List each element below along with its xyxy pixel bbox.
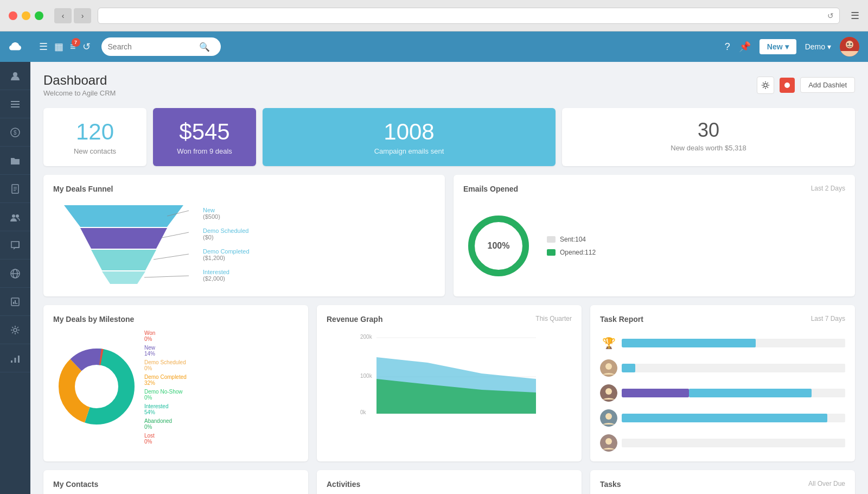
campaign-number: 1008	[273, 119, 545, 145]
hamburger-menu[interactable]: ☰	[851, 10, 859, 22]
sidebar-item-deals[interactable]: $	[0, 118, 30, 147]
pin-icon[interactable]: 📌	[739, 41, 751, 53]
campaign-emails-card: 1008 Campaign emails sent	[263, 108, 556, 166]
svg-point-63	[605, 438, 612, 445]
new-contacts-number: 120	[54, 119, 136, 145]
sidebar-item-folder[interactable]	[0, 147, 30, 175]
sidebar-item-contacts[interactable]	[0, 62, 30, 90]
svg-point-57	[605, 363, 612, 370]
demo-button[interactable]: Demo ▾	[805, 42, 831, 51]
svg-rect-20	[11, 360, 12, 363]
pie-label-lost: Lost0%	[144, 433, 187, 445]
opened-legend-color	[547, 249, 556, 256]
deals-funnel-card: My Deals Funnel	[43, 175, 445, 296]
funnel-label-new: New($500)	[203, 207, 250, 220]
cloud-icon	[8, 39, 23, 54]
new-contacts-card: 120 New contacts	[43, 108, 146, 166]
nav-history-icon[interactable]: ↺	[82, 41, 91, 53]
task-trophy-icon: 🏆	[600, 334, 617, 352]
svg-point-61	[605, 413, 612, 420]
sidebar-item-groups[interactable]	[0, 203, 30, 231]
nav-notification-wrapper: ≡ 7	[70, 41, 76, 53]
legend-sent: Sent:104	[547, 236, 596, 243]
sidebar-logo[interactable]	[0, 31, 30, 62]
task-report-period: Last 7 Days	[811, 315, 845, 322]
funnel-title: My Deals Funnel	[53, 185, 435, 193]
close-button[interactable]	[9, 11, 17, 20]
svg-line-35	[162, 232, 189, 238]
nav-menu-icon[interactable]: ☰	[39, 41, 48, 53]
activities-card: Activities ✉ Email	[317, 470, 582, 494]
main-content: ☰ ▦ ≡ 7 ↺ 🔍 ? 📌 New ▾ Demo ▾	[30, 31, 868, 494]
bottom-row: My Contacts DI Dion Other, Signup Activi…	[43, 470, 855, 494]
task-row-5	[600, 434, 845, 452]
won-deals-card: $545 Won from 9 deals	[153, 108, 256, 166]
svg-rect-22	[18, 356, 20, 363]
sidebar-item-reports[interactable]	[0, 288, 30, 316]
task-bars: 🏆	[600, 334, 845, 452]
sidebar-item-list[interactable]	[0, 90, 30, 118]
page-header: Dashboard Welcome to Agile CRM Add Dashl…	[43, 73, 855, 97]
header-actions: Add Dashlet	[757, 77, 855, 94]
search-icon: 🔍	[199, 42, 210, 52]
funnel-content: New($500) Demo Scheduled($0) Demo Comple…	[53, 200, 435, 287]
funnel-labels: New($500) Demo Scheduled($0) Demo Comple…	[203, 205, 250, 282]
url-bar[interactable]: ↺	[98, 8, 840, 24]
svg-point-44	[80, 370, 113, 403]
donut-percent: 100%	[488, 241, 510, 251]
sidebar-item-analytics[interactable]	[0, 344, 30, 372]
svg-text:100k: 100k	[360, 373, 373, 379]
reload-icon[interactable]: ↺	[827, 11, 834, 20]
svg-text:$: $	[14, 130, 17, 136]
back-button[interactable]: ‹	[54, 8, 72, 23]
task-bar-track-4	[622, 414, 845, 422]
svg-text:Mar: Mar	[506, 416, 516, 417]
emails-opened-card: Emails Opened Last 2 Days 100%	[454, 175, 855, 296]
revenue-title: Revenue Graph	[327, 315, 382, 324]
color-icon[interactable]	[780, 78, 795, 93]
tasks-title: Tasks	[600, 480, 621, 489]
task-bar-fill-3b	[689, 389, 812, 397]
task-bar-fill-1	[622, 339, 756, 347]
traffic-lights	[9, 11, 43, 20]
sidebar-item-documents[interactable]	[0, 175, 30, 203]
svg-line-36	[154, 254, 189, 259]
funnel-label-demo-scheduled: Demo Scheduled($0)	[203, 227, 250, 240]
pie-label-won: Won0%	[144, 330, 187, 342]
task-bar-fill-3a	[622, 389, 689, 397]
emails-title: Emails Opened	[463, 185, 518, 193]
funnel-label-demo-completed: Demo Completed($1,200)	[203, 248, 250, 261]
svg-line-37	[144, 276, 189, 277]
svg-point-28	[764, 84, 767, 87]
task-avatar-3	[600, 384, 617, 402]
svg-point-26	[851, 43, 852, 45]
nav-calendar-icon[interactable]: ▦	[54, 41, 63, 53]
sidebar-item-web[interactable]	[0, 259, 30, 288]
top-navigation: ☰ ▦ ≡ 7 ↺ 🔍 ? 📌 New ▾ Demo ▾	[30, 31, 868, 62]
forward-button[interactable]: ›	[74, 8, 91, 23]
legend-opened: Opened:112	[547, 249, 596, 256]
sidebar-item-chat[interactable]	[0, 231, 30, 259]
user-avatar[interactable]	[840, 37, 859, 56]
minimize-button[interactable]	[22, 11, 30, 20]
funnel-chart	[53, 200, 194, 287]
search-input[interactable]	[108, 42, 195, 51]
svg-rect-21	[15, 358, 16, 363]
sidebar-item-integrations[interactable]	[0, 316, 30, 344]
settings-icon[interactable]	[757, 77, 774, 94]
maximize-button[interactable]	[35, 11, 43, 20]
dashboard-area: Dashboard Welcome to Agile CRM Add Dashl…	[30, 62, 868, 494]
new-button[interactable]: New ▾	[760, 39, 796, 54]
search-bar[interactable]: 🔍	[101, 37, 221, 56]
svg-point-10	[12, 214, 15, 218]
pie-label-interested: Interested54%	[144, 403, 187, 415]
nav-right-actions: ? 📌 New ▾ Demo ▾	[725, 37, 859, 56]
help-icon[interactable]: ?	[725, 41, 730, 53]
activities-title: Activities	[327, 480, 572, 489]
revenue-period: This Quarter	[535, 315, 572, 322]
emails-header: Emails Opened Last 2 Days	[463, 185, 845, 200]
task-report-header: Task Report Last 7 Days	[600, 315, 845, 330]
pie-labels: Won0% New14% Demo Scheduled0% Demo Compl…	[144, 330, 187, 445]
tasks-header: Tasks All Over Due	[600, 480, 845, 494]
add-dashlet-button[interactable]: Add Dashlet	[800, 77, 855, 93]
